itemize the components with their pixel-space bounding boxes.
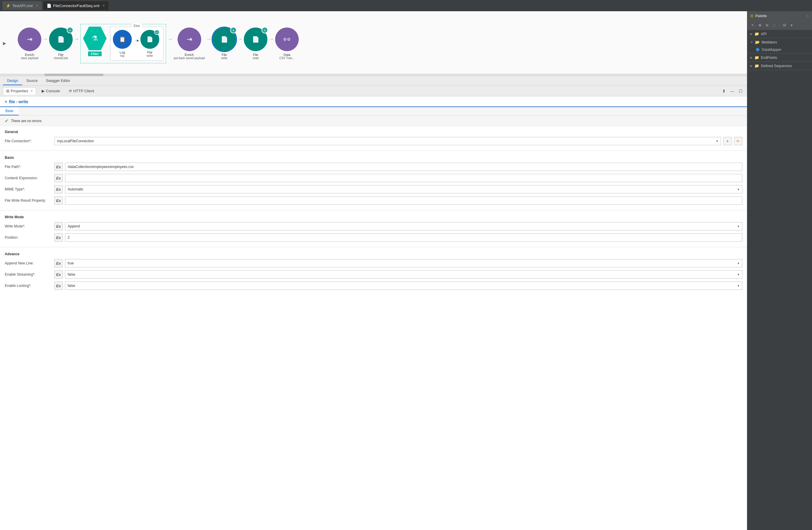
mime-type-ex-btn[interactable]: Ex <box>54 185 63 193</box>
file-connection-add-btn[interactable]: + <box>723 137 731 145</box>
section-basic-title: Basic <box>5 156 742 160</box>
file-checkexist-label: File <box>58 53 63 56</box>
enable-locking-ex-btn[interactable]: Ex <box>54 281 63 290</box>
flow-node-file-write-else[interactable]: 📄 + File write <box>140 30 159 57</box>
append-new-line-ex-btn[interactable]: Ex <box>54 259 63 267</box>
tab-testapi[interactable]: ⚡ TestAPI.xml ✕ <box>2 1 42 10</box>
position-input[interactable] <box>65 233 742 242</box>
base-tab-base[interactable]: Base <box>0 107 19 115</box>
enrich-putback-label: Enrich <box>185 53 194 56</box>
flow-scrollbar[interactable] <box>0 74 747 76</box>
content-expression-ex-btn[interactable]: Ex <box>54 174 63 182</box>
file-read-circle: 📄 + <box>244 28 267 51</box>
palette-arrange-btn[interactable]: ⊟ <box>781 22 788 28</box>
content-expression-input[interactable] <box>65 174 742 182</box>
append-new-line-select-wrapper[interactable]: true false <box>65 259 742 267</box>
section-general: General File Connection*: myLocalFileCon… <box>0 126 747 149</box>
properties-title-bar: + file - write <box>0 96 747 107</box>
palette-section-defined-sequences: ▶ 📁 Defined Sequences <box>747 62 812 70</box>
flow-node-log[interactable]: 📋 Log log <box>113 30 132 57</box>
position-ex-btn[interactable]: Ex <box>54 233 63 242</box>
view-tab-design[interactable]: Design <box>3 77 22 85</box>
properties-content[interactable]: General File Connection*: myLocalFileCon… <box>0 126 747 530</box>
palette-cursor-btn[interactable]: ↖ <box>750 22 756 28</box>
palette-section-mediators: ▼ 📂 Mediators 🔷 DataMapper <box>747 38 812 54</box>
prop-toolbar-btn-minimize[interactable]: — <box>729 87 736 95</box>
tab-fileconnector[interactable]: 📄 FileConnectorFaultSeq.xml ✕ <box>43 1 109 10</box>
flow-node-enrich-putback[interactable]: ⇥ Enrich put back saved payload <box>174 28 205 60</box>
palette-section-mediators-header[interactable]: ▼ 📂 Mediators <box>747 38 812 46</box>
palette-select-btn[interactable]: ⬚ <box>771 22 778 28</box>
file-path-input[interactable] <box>65 163 742 171</box>
enable-streaming-select-wrapper[interactable]: false true <box>65 270 742 279</box>
view-tab-swagger[interactable]: Swagger Editor <box>42 77 74 85</box>
palette-icon: ⊞ <box>750 14 754 18</box>
file-checkexist-icon: 📄 <box>57 36 65 43</box>
tab-fileconnector-close[interactable]: ✕ <box>102 4 105 8</box>
section-write-mode: Write Mode Write Mode*: Ex Append P <box>0 211 747 246</box>
form-row-file-write-result: File Write Result Property: Ex <box>5 196 742 205</box>
prop-tab-httpclient-label: HTTP Client <box>73 89 94 93</box>
enable-streaming-select[interactable]: false true <box>65 270 742 279</box>
flow-node-file-read[interactable]: 📄 + File read <box>244 28 267 60</box>
file-path-ex-btn[interactable]: Ex <box>54 163 63 171</box>
prop-tabs-left: ⊞ Properties ✕ ▶ Console ⟳ HTTP Client <box>3 87 98 95</box>
palette-section-api-header[interactable]: ▶ 📁 API <box>747 30 812 38</box>
mime-type-select[interactable]: Automatic <box>65 185 742 193</box>
palette-expand-icon[interactable]: ▷ <box>807 14 809 18</box>
enable-streaming-ex-btn[interactable]: Ex <box>54 270 63 279</box>
file-write-badge: + <box>230 27 237 33</box>
prop-tab-properties[interactable]: ⊞ Properties ✕ <box>3 87 36 95</box>
prop-toolbar-btn-export[interactable]: ⬆ <box>721 87 727 95</box>
file-connection-edit-btn[interactable]: ✏ <box>734 137 742 145</box>
palette-header: ⊞ Palette ▷ <box>747 11 812 21</box>
palette-zoom-in-btn[interactable]: ⊕ <box>757 22 763 28</box>
position-label: Position: <box>5 235 52 240</box>
section-advance-title: Advance <box>5 252 742 256</box>
prop-tab-properties-close[interactable]: ✕ <box>30 89 33 93</box>
log-circle: 📋 <box>113 30 132 49</box>
write-mode-ex-btn[interactable]: Ex <box>54 222 63 231</box>
flow-node-file-checkexist[interactable]: 📄 + File checkExist <box>49 28 73 60</box>
prop-toolbar-btn-maximize[interactable]: ☐ <box>737 87 744 95</box>
palette-header-right: ▷ <box>807 14 809 18</box>
palette-section-endpoints: ▶ 📁 EndPoints <box>747 54 812 62</box>
file-connection-select[interactable]: myLocalFileConnection <box>54 137 721 145</box>
palette-section-defined-sequences-header[interactable]: ▶ 📁 Defined Sequences <box>747 62 812 70</box>
filter-wrapper: ⚗ Filter Else 📋 <box>81 24 166 63</box>
palette-zoom-out-btn[interactable]: ⊖ <box>764 22 770 28</box>
write-mode-select[interactable]: Append <box>65 222 742 231</box>
enable-locking-select[interactable]: false true <box>65 281 742 290</box>
prop-tab-console[interactable]: ▶ Console <box>39 87 63 95</box>
file-write-result-input[interactable] <box>65 196 742 205</box>
flow-node-filter[interactable]: ⚗ Filter <box>83 27 107 56</box>
file-write-result-ex-btn[interactable]: Ex <box>54 196 63 205</box>
mime-type-select-wrapper[interactable]: Automatic <box>65 185 742 193</box>
append-new-line-select[interactable]: true false <box>65 259 742 267</box>
main-container: ▶ ⇥ Enrich save payload → 📄 + Fil <box>0 11 812 530</box>
section-general-title: General <box>5 130 742 134</box>
arrow-2: → <box>73 36 81 42</box>
flow-diagram[interactable]: ▶ ⇥ Enrich save payload → 📄 + Fil <box>0 11 747 76</box>
enable-locking-select-wrapper[interactable]: false true <box>65 281 742 290</box>
write-mode-select-wrapper[interactable]: Append <box>65 222 742 231</box>
log-sublabel: log <box>120 54 124 57</box>
palette-item-datamapper[interactable]: 🔷 DataMapper <box>747 46 812 53</box>
file-connection-select-wrapper[interactable]: myLocalFileConnection <box>54 137 721 145</box>
form-row-append-new-line: Append New Line: Ex true false <box>5 259 742 267</box>
prop-tab-httpclient[interactable]: ⟳ HTTP Client <box>66 87 98 95</box>
flow-node-data-csv[interactable]: ⚙⚙ Data CSV Tran... <box>275 28 299 60</box>
arrow-3: → <box>166 36 174 42</box>
tab-testapi-close[interactable]: ✕ <box>36 4 39 8</box>
flow-node-file-write[interactable]: 📄 + File write <box>213 28 236 60</box>
flow-node-enrich-save[interactable]: ⇥ Enrich save payload <box>18 28 41 60</box>
palette-extra-btns: ▼ <box>788 22 795 28</box>
form-row-enable-locking: Enable Locking*: Ex false true <box>5 281 742 290</box>
file-write-else-badge: + <box>154 30 160 35</box>
arrow-5: → <box>236 36 244 42</box>
divider-basic-writemode <box>0 210 747 210</box>
palette-mediators-chevron: ▼ <box>750 41 753 44</box>
view-tab-source[interactable]: Source <box>22 77 42 85</box>
palette-section-endpoints-header[interactable]: ▶ 📁 EndPoints <box>747 54 812 61</box>
palette-extra-btn[interactable]: ▼ <box>788 22 795 28</box>
